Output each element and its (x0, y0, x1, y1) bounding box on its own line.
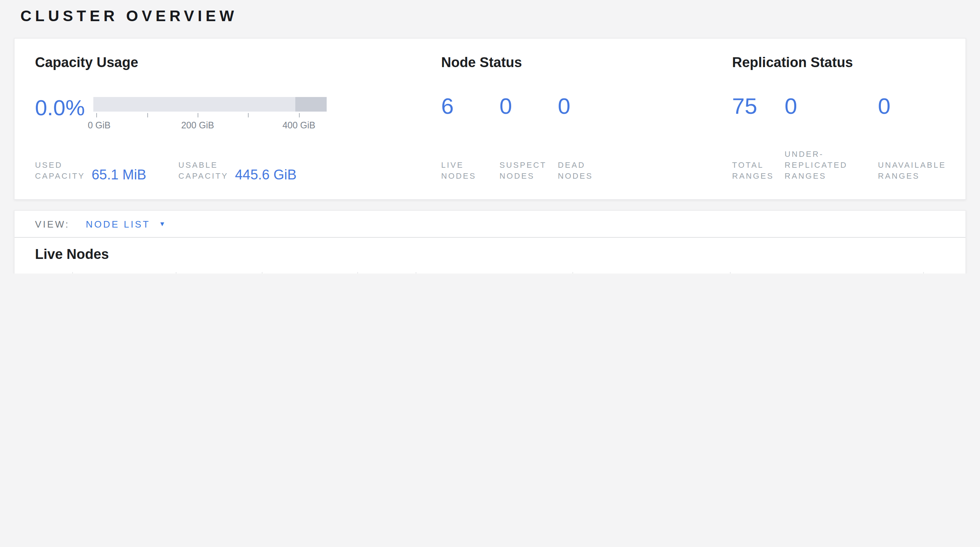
used-capacity-stat: USED CAPACITY 65.1 MiB (35, 160, 146, 181)
column-header-version[interactable]: VERSION▼ (730, 272, 923, 274)
live-nodes-card: VIEW: NODE LIST ▼ Live Nodes ID▼ ADDRESS… (14, 210, 966, 274)
dead-nodes-label: DEAD NODES (558, 160, 616, 181)
node-status-section: Node Status 6 0 0 LIVE NODES SUSPECT NOD… (441, 55, 732, 181)
usable-capacity-stat: USABLE CAPACITY 445.6 GiB (178, 160, 296, 181)
view-label: VIEW: (35, 218, 70, 229)
summary-card: Capacity Usage 0.0% (14, 38, 966, 200)
column-header-uptime[interactable]: UPTIME▼ (176, 272, 262, 274)
column-header-logs: LOGS (923, 272, 966, 274)
live-nodes-label: LIVE NODES (441, 160, 500, 181)
column-header-capacity-usage[interactable]: CAPACITY USAGE▼ (416, 272, 573, 274)
node-status-heading: Node Status (441, 55, 732, 71)
capacity-gauge-unusable-segment (295, 97, 327, 111)
view-selector-dropdown[interactable]: NODE LIST ▼ (86, 218, 167, 229)
live-nodes-count: 6 (441, 94, 500, 119)
live-nodes-table: ID▼ ADDRESS▼ UPTIME▼ REPLICAS▼ CPUS CAPA… (14, 272, 966, 274)
column-header-address[interactable]: ADDRESS▼ (73, 272, 176, 274)
axis-tick-label: 400 GiB (283, 120, 315, 130)
column-header-replicas[interactable]: REPLICAS▼ (262, 272, 358, 274)
under-replicated-ranges-label: UNDER- REPLICATED RANGES (784, 149, 878, 181)
live-nodes-heading: Live Nodes (35, 246, 966, 262)
unavailable-ranges-label: UNAVAILABLE RANGES (878, 160, 966, 181)
capacity-gauge-bar (93, 97, 327, 111)
capacity-percent: 0.0% (35, 95, 89, 120)
capacity-gauge-ticks (93, 113, 327, 119)
cluster-overview-page: CLUSTER OVERVIEW Capacity Usage 0.0% (0, 0, 980, 274)
total-ranges-label: TOTAL RANGES (732, 160, 784, 181)
under-replicated-ranges-count: 0 (784, 94, 878, 119)
suspect-nodes-label: SUSPECT NODES (500, 160, 558, 181)
replication-status-section: Replication Status 75 0 0 TOTAL RANGES U… (732, 55, 966, 181)
used-capacity-value: 65.1 MiB (92, 169, 146, 181)
suspect-nodes-count: 0 (500, 94, 558, 119)
view-selected-value[interactable]: NODE LIST (86, 218, 150, 229)
capacity-usage-heading: Capacity Usage (35, 55, 441, 71)
stat-label-line: CAPACITY (35, 171, 85, 181)
unavailable-ranges-count: 0 (878, 94, 966, 119)
page-title: CLUSTER OVERVIEW (21, 0, 980, 26)
chevron-down-icon: ▼ (159, 220, 167, 227)
view-bar: VIEW: NODE LIST ▼ (14, 211, 966, 238)
column-header-mem-usage[interactable]: MEM USAGE▼ (573, 272, 730, 274)
axis-tick-label: 200 GiB (181, 120, 214, 130)
total-ranges-count: 75 (732, 94, 784, 119)
table-header-row: ID▼ ADDRESS▼ UPTIME▼ REPLICAS▼ CPUS CAPA… (14, 272, 966, 274)
usable-capacity-value: 445.6 GiB (235, 169, 296, 181)
stat-label-line: CAPACITY (178, 171, 228, 181)
capacity-usage-section: Capacity Usage 0.0% (35, 55, 441, 181)
stat-label-line: USABLE (178, 160, 228, 171)
column-header-id[interactable]: ID▼ (14, 272, 73, 274)
column-header-cpus: CPUS (358, 272, 415, 274)
replication-status-heading: Replication Status (732, 55, 966, 71)
stat-label-line: USED (35, 160, 85, 171)
axis-tick-label: 0 GiB (88, 120, 111, 130)
capacity-gauge: 0 GiB 200 GiB 400 GiB (93, 95, 327, 132)
dead-nodes-count: 0 (558, 94, 616, 119)
